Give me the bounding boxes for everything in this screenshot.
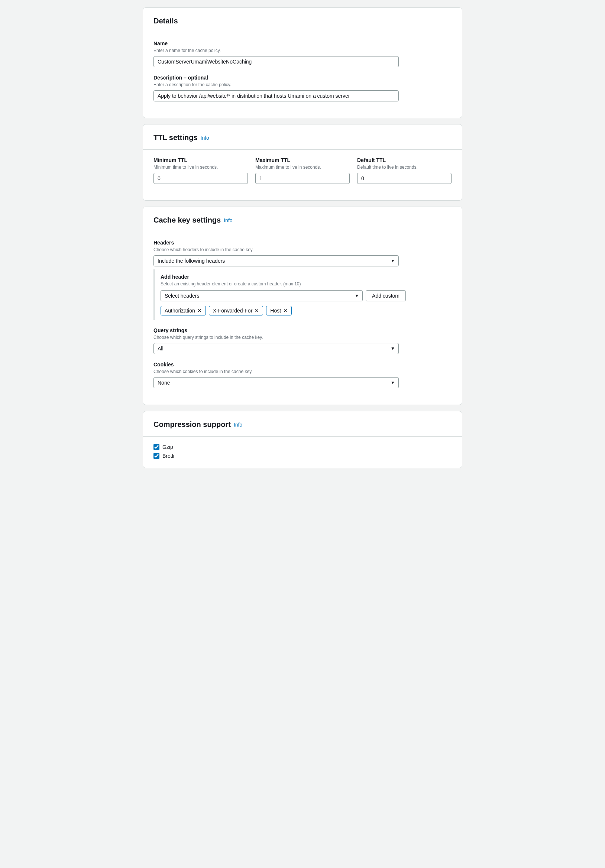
add-header-box: Add header Select an existing header ele… <box>154 270 451 320</box>
compression-support-section: Compression support Info Gzip Brotli <box>143 411 462 468</box>
name-hint: Enter a name for the cache policy. <box>154 48 451 53</box>
cache-key-title: Cache key settings <box>154 216 221 225</box>
default-ttl-input[interactable] <box>357 173 451 184</box>
default-ttl-label: Default TTL <box>357 157 451 163</box>
selected-headers-tags: Authorization ✕ X-Forwarded-For ✕ Host ✕ <box>161 306 445 315</box>
details-title: Details <box>154 17 451 25</box>
compression-info-link[interactable]: Info <box>234 422 242 428</box>
cookies-select-wrapper: None All Include the following Exclude t… <box>154 377 399 388</box>
ttl-grid: Minimum TTL Minimum time to live in seco… <box>154 157 451 191</box>
tag-authorization: Authorization ✕ <box>161 306 206 315</box>
query-strings-label: Query strings <box>154 327 451 333</box>
compression-title-row: Compression support Info <box>154 420 451 429</box>
min-ttl-hint: Minimum time to live in seconds. <box>154 164 248 170</box>
cookies-select[interactable]: None All Include the following Exclude t… <box>154 377 399 388</box>
ttl-settings-title-row: TTL settings Info <box>154 133 451 142</box>
gzip-label[interactable]: Gzip <box>162 444 173 450</box>
select-headers-wrapper: Select headers Authorization X-Forwarded… <box>161 290 363 301</box>
min-ttl-label: Minimum TTL <box>154 157 248 163</box>
query-strings-select[interactable]: All None Include the following Exclude t… <box>154 343 399 354</box>
headers-select[interactable]: Include the following headers None All v… <box>154 255 399 267</box>
compression-options: Gzip Brotli <box>154 444 451 459</box>
tag-host-label: Host <box>270 308 281 314</box>
tag-x-forwarded-for-label: X-Forwarded-For <box>213 308 253 314</box>
max-ttl-input[interactable] <box>255 173 350 184</box>
min-ttl-input[interactable] <box>154 173 248 184</box>
description-input[interactable] <box>154 90 399 101</box>
description-hint: Enter a description for the cache policy… <box>154 82 451 87</box>
query-strings-select-wrapper: All None Include the following Exclude t… <box>154 343 399 354</box>
min-ttl-group: Minimum TTL Minimum time to live in seco… <box>154 157 248 184</box>
details-section: Details Name Enter a name for the cache … <box>143 8 462 118</box>
brotli-row: Brotli <box>154 453 451 459</box>
gzip-row: Gzip <box>154 444 451 450</box>
max-ttl-hint: Maximum time to live in seconds. <box>255 164 350 170</box>
cache-key-settings-section: Cache key settings Info Headers Choose w… <box>143 206 462 405</box>
tag-host: Host ✕ <box>266 306 292 315</box>
tag-host-remove[interactable]: ✕ <box>283 308 288 313</box>
headers-hint: Choose which headers to include in the c… <box>154 247 451 252</box>
cache-key-title-row: Cache key settings Info <box>154 216 451 225</box>
select-with-button-row: Select headers Authorization X-Forwarded… <box>161 290 406 301</box>
cookies-subsection: Cookies Choose which cookies to include … <box>154 361 451 388</box>
headers-select-wrapper: Include the following headers None All v… <box>154 255 399 267</box>
description-field-group: Description – optional Enter a descripti… <box>154 75 451 101</box>
tag-authorization-label: Authorization <box>164 308 195 314</box>
headers-subsection: Headers Choose which headers to include … <box>154 240 451 320</box>
compression-title: Compression support <box>154 420 231 429</box>
gzip-checkbox[interactable] <box>154 444 160 450</box>
tag-x-forwarded-for-remove[interactable]: ✕ <box>254 308 259 313</box>
description-label: Description – optional <box>154 75 451 81</box>
name-input[interactable] <box>154 56 399 67</box>
brotli-checkbox[interactable] <box>154 453 160 459</box>
ttl-info-link[interactable]: Info <box>201 135 209 141</box>
cookies-label: Cookies <box>154 361 451 367</box>
tag-authorization-remove[interactable]: ✕ <box>197 308 202 313</box>
cookies-hint: Choose which cookies to include in the c… <box>154 369 451 374</box>
max-ttl-group: Maximum TTL Maximum time to live in seco… <box>255 157 350 184</box>
ttl-settings-section: TTL settings Info Minimum TTL Minimum ti… <box>143 124 462 201</box>
max-ttl-label: Maximum TTL <box>255 157 350 163</box>
name-field-group: Name Enter a name for the cache policy. <box>154 40 451 67</box>
query-strings-hint: Choose which query strings to include in… <box>154 335 451 340</box>
query-strings-subsection: Query strings Choose which query strings… <box>154 327 451 354</box>
brotli-label[interactable]: Brotli <box>162 453 174 459</box>
tag-x-forwarded-for: X-Forwarded-For ✕ <box>209 306 264 315</box>
ttl-settings-title: TTL settings <box>154 133 198 142</box>
select-headers-dropdown[interactable]: Select headers Authorization X-Forwarded… <box>161 290 363 301</box>
add-custom-button[interactable]: Add custom <box>366 290 406 301</box>
headers-label: Headers <box>154 240 451 246</box>
default-ttl-hint: Default time to live in seconds. <box>357 164 451 170</box>
cache-key-info-link[interactable]: Info <box>224 217 232 223</box>
default-ttl-group: Default TTL Default time to live in seco… <box>357 157 451 184</box>
add-header-hint: Select an existing header element or cre… <box>161 281 445 287</box>
name-label: Name <box>154 40 451 46</box>
add-header-title: Add header <box>161 274 445 280</box>
